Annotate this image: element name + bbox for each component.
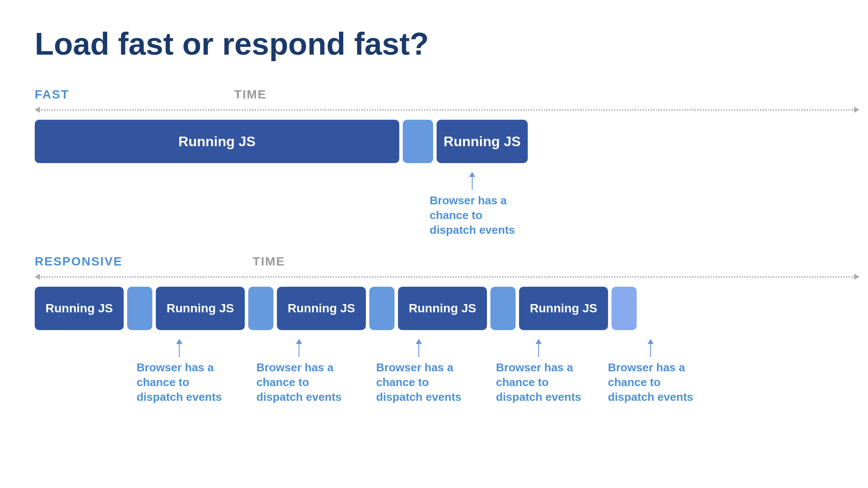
resp-annotation-5: Browser has achance todispatch events xyxy=(598,339,703,404)
responsive-annotations: Browser has achance todispatch events Br… xyxy=(35,339,833,404)
slide: Load fast or respond fast? FAST TIME Run… xyxy=(0,0,868,488)
fast-annotation: Browser has achance todispatch events xyxy=(430,172,515,237)
resp-annotation-4: Browser has achance todispatch events xyxy=(479,339,598,404)
resp-annotation-1: Browser has achance todispatch events xyxy=(119,339,239,404)
resp-ann5-text: Browser has achance todispatch events xyxy=(608,360,694,404)
resp-ann4-arrow xyxy=(536,339,542,357)
resp-arrow-line xyxy=(41,276,853,278)
slide-title: Load fast or respond fast? xyxy=(35,26,833,62)
resp-ann2-arrow xyxy=(296,339,302,357)
resp-ann2-arrowhead xyxy=(296,339,302,344)
resp-annotation-3: Browser has achance todispatch events xyxy=(359,339,479,404)
responsive-blocks-container: Running JS Running JS Running JS Running… xyxy=(35,287,833,330)
resp-ann2-text: Browser has achance todispatch events xyxy=(256,360,342,404)
responsive-section: RESPONSIVE TIME Running JS Running JS Ru… xyxy=(35,255,833,404)
resp-ann2-line xyxy=(299,344,299,357)
resp-gap-2 xyxy=(248,287,273,330)
resp-ann4-line xyxy=(538,344,539,357)
resp-block-5: Running JS xyxy=(519,287,608,330)
fast-arrow-right xyxy=(854,107,859,113)
fast-arrow-line xyxy=(41,109,853,111)
fast-annotation-line xyxy=(472,177,473,190)
fast-annotation-arrowhead xyxy=(469,172,475,177)
fast-timeline-arrow xyxy=(35,107,859,113)
resp-ann3-text: Browser has achance todispatch events xyxy=(376,360,462,404)
resp-gap-5 xyxy=(612,287,637,330)
fast-section: FAST TIME Running JS Running JS Browser … xyxy=(35,88,833,237)
resp-ann3-arrow xyxy=(416,339,422,357)
fast-annotation-arrow xyxy=(469,172,475,190)
resp-block-2: Running JS xyxy=(156,287,245,330)
resp-arrow-right xyxy=(854,274,859,280)
resp-block-3: Running JS xyxy=(277,287,366,330)
resp-ann4-text: Browser has achance todispatch events xyxy=(496,360,582,404)
fast-blocks-container: Running JS Running JS xyxy=(35,120,833,163)
resp-annotation-2: Browser has achance todispatch events xyxy=(239,339,359,404)
responsive-timeline-arrow xyxy=(35,274,859,280)
resp-gap-4 xyxy=(490,287,516,330)
fast-time-label: TIME xyxy=(234,88,267,102)
resp-ann4-arrowhead xyxy=(536,339,542,344)
resp-ann5-arrow xyxy=(648,339,654,357)
resp-gap-1 xyxy=(127,287,152,330)
responsive-label: RESPONSIVE xyxy=(35,255,122,269)
fast-second-block: Running JS xyxy=(437,120,528,163)
resp-ann3-line xyxy=(418,344,419,357)
resp-ann1-text: Browser has achance todispatch events xyxy=(137,360,222,404)
responsive-time-label: TIME xyxy=(253,255,285,269)
resp-ann1-arrowhead xyxy=(176,339,182,344)
fast-gap-block xyxy=(403,120,433,163)
fast-main-block: Running JS xyxy=(35,120,399,163)
resp-ann5-line xyxy=(650,344,651,357)
resp-arrow-left xyxy=(35,274,40,280)
fast-arrow-left xyxy=(35,107,40,113)
fast-annotation-text: Browser has achance todispatch events xyxy=(430,193,515,237)
resp-gap-3 xyxy=(369,287,395,330)
fast-label: FAST xyxy=(35,88,69,102)
fast-annotation-area: Browser has achance todispatch events xyxy=(35,172,833,237)
resp-ann3-arrowhead xyxy=(416,339,422,344)
resp-block-4: Running JS xyxy=(398,287,487,330)
resp-ann5-arrowhead xyxy=(648,339,654,344)
resp-block-1: Running JS xyxy=(35,287,124,330)
resp-ann1-arrow xyxy=(176,339,182,357)
resp-ann1-line xyxy=(179,344,180,357)
